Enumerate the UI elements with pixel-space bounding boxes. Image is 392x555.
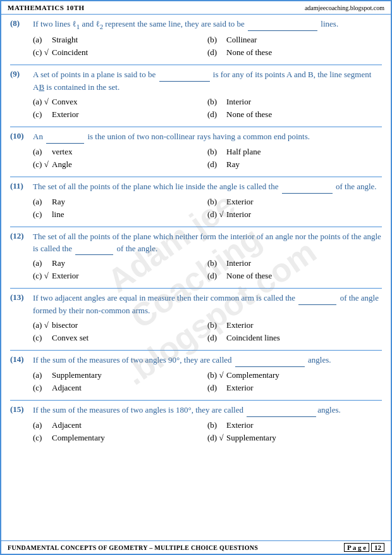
q8-blank xyxy=(248,18,317,31)
q8-opt-b: (b)Collinear xyxy=(207,34,382,46)
q8-text: If two lines ℓ1 and ℓ2 represent the sam… xyxy=(33,18,382,32)
question-12-row: (12) The set of all the points of the pl… xyxy=(10,231,382,256)
q9-opt-a: (a) √Convex xyxy=(33,96,207,108)
question-14-row: (14) If the sum of the measures of two a… xyxy=(10,354,382,367)
q13-num: (13) xyxy=(10,292,33,302)
q13-blank xyxy=(298,292,336,305)
q13-options: (a) √bisector (b)Exterior (c)Convex set … xyxy=(33,320,382,344)
q10-num: (10) xyxy=(10,131,33,141)
question-15-row: (15) If the sum of the measures of two a… xyxy=(10,404,382,417)
question-9: (9) A set of points in a plane is said t… xyxy=(10,69,382,120)
question-10-row: (10) An is the union of two non-collinea… xyxy=(10,131,382,144)
header-url: adamjeecoaching.blogspot.com xyxy=(305,4,384,11)
q14-options: (a)Supplementary (b) √Complementary (c)A… xyxy=(33,370,382,394)
q11-num: (11) xyxy=(10,181,33,191)
q10-opt-a: (a)vertex xyxy=(33,146,207,158)
q11-blank xyxy=(282,181,333,194)
q9-text: A set of points in a plane is said to be… xyxy=(33,69,382,94)
q15-options: (a)Adjacent (b)Exterior (c)Complementary… xyxy=(33,420,382,444)
q8-num: (8) xyxy=(10,18,33,28)
q9-blank xyxy=(159,69,210,82)
question-9-row: (9) A set of points in a plane is said t… xyxy=(10,69,382,94)
q13-opt-a: (a) √bisector xyxy=(33,320,207,331)
q14-opt-a: (a)Supplementary xyxy=(33,370,207,381)
footer: Fundamental Concepts of Geometry – Multi… xyxy=(1,540,391,554)
question-11: (11) The set of all the points of the pl… xyxy=(10,181,382,220)
q14-blank xyxy=(235,354,305,367)
q11-opt-c: (c)line xyxy=(33,209,207,220)
q9-num: (9) xyxy=(10,69,33,79)
q15-opt-b: (b)Exterior xyxy=(207,420,382,431)
q8-opt-c: (c) √Coincident xyxy=(33,47,207,58)
q8-opt-a: (a)Straight xyxy=(33,34,207,46)
q9-options: (a) √Convex (b)Interior (c)Exterior (d)N… xyxy=(33,96,382,120)
q15-blank xyxy=(247,404,316,417)
q11-text: The set of all the points of the plane w… xyxy=(33,181,382,194)
q13-text: If two adjacent angles are equal in meas… xyxy=(33,292,382,317)
q12-opt-d: (d)None of these xyxy=(207,270,382,282)
q12-opt-c: (c) √Exterior xyxy=(33,270,207,282)
q10-blank xyxy=(46,131,84,144)
q14-opt-c: (c)Adjacent xyxy=(33,382,207,394)
q14-text: If the sum of the measures of two angles… xyxy=(33,354,382,367)
question-10: (10) An is the union of two non-collinea… xyxy=(10,131,382,170)
question-14: (14) If the sum of the measures of two a… xyxy=(10,354,382,394)
q10-opt-b: (b)Half plane xyxy=(207,146,382,158)
q12-opt-a: (a)Ray xyxy=(33,258,207,269)
q12-text: The set of all the points of the plane w… xyxy=(33,231,382,256)
q10-text: An is the union of two non-collinear ray… xyxy=(33,131,382,144)
header: Mathematics 10th adamjeecoaching.blogspo… xyxy=(1,1,391,15)
q14-opt-b: (b) √Complementary xyxy=(207,370,382,381)
q10-opt-d: (d)Ray xyxy=(207,159,382,170)
q15-num: (15) xyxy=(10,404,33,415)
q13-opt-c: (c)Convex set xyxy=(33,332,207,344)
q15-opt-d: (d) √Supplementary xyxy=(207,432,382,444)
question-8: (8) If two lines ℓ1 and ℓ2 represent the… xyxy=(10,18,382,58)
q13-opt-b: (b)Exterior xyxy=(207,320,382,331)
q12-num: (12) xyxy=(10,231,33,241)
q11-opt-b: (b)Exterior xyxy=(207,196,382,208)
question-11-row: (11) The set of all the points of the pl… xyxy=(10,181,382,194)
q9-opt-b: (b)Interior xyxy=(207,96,382,108)
q10-opt-c: (c) √Angle xyxy=(33,159,207,170)
footer-left: Fundamental Concepts of Geometry – Multi… xyxy=(8,544,258,551)
page-wrapper: Mathematics 10th adamjeecoaching.blogspo… xyxy=(0,0,392,555)
question-15: (15) If the sum of the measures of two a… xyxy=(10,404,382,444)
header-title: Mathematics 10th xyxy=(8,4,85,11)
q15-text: If the sum of the measures of two angles… xyxy=(33,404,382,417)
question-12: (12) The set of all the points of the pl… xyxy=(10,231,382,282)
footer-right: P a g e 12 xyxy=(344,544,384,551)
q15-opt-c: (c)Complementary xyxy=(33,432,207,444)
q8-options: (a)Straight (b)Collinear (c) √Coincident… xyxy=(33,34,382,58)
q14-opt-d: (d)Exterior xyxy=(207,382,382,394)
q9-opt-c: (c)Exterior xyxy=(33,109,207,120)
q9-opt-d: (d)None of these xyxy=(207,109,382,120)
q11-options: (a)Ray (b)Exterior (c)line (d) √Interior xyxy=(33,196,382,220)
q10-options: (a)vertex (b)Half plane (c) √Angle (d)Ra… xyxy=(33,146,382,170)
page-num: 12 xyxy=(371,543,384,552)
q12-blank xyxy=(75,243,113,256)
q13-opt-d: (d)Coincident lines xyxy=(207,332,382,344)
q8-opt-d: (d)None of these xyxy=(207,47,382,58)
question-13-row: (13) If two adjacent angles are equal in… xyxy=(10,292,382,317)
q12-opt-b: (b)Interior xyxy=(207,258,382,269)
q11-opt-d: (d) √Interior xyxy=(207,209,382,220)
q11-opt-a: (a)Ray xyxy=(33,196,207,208)
content: (8) If two lines ℓ1 and ℓ2 represent the… xyxy=(1,15,391,475)
page-label: P a g e xyxy=(344,543,369,552)
question-13: (13) If two adjacent angles are equal in… xyxy=(10,292,382,344)
question-8-row: (8) If two lines ℓ1 and ℓ2 represent the… xyxy=(10,18,382,32)
q14-num: (14) xyxy=(10,354,33,365)
q15-opt-a: (a)Adjacent xyxy=(33,420,207,431)
q12-options: (a)Ray (b)Interior (c) √Exterior (d)None… xyxy=(33,258,382,282)
